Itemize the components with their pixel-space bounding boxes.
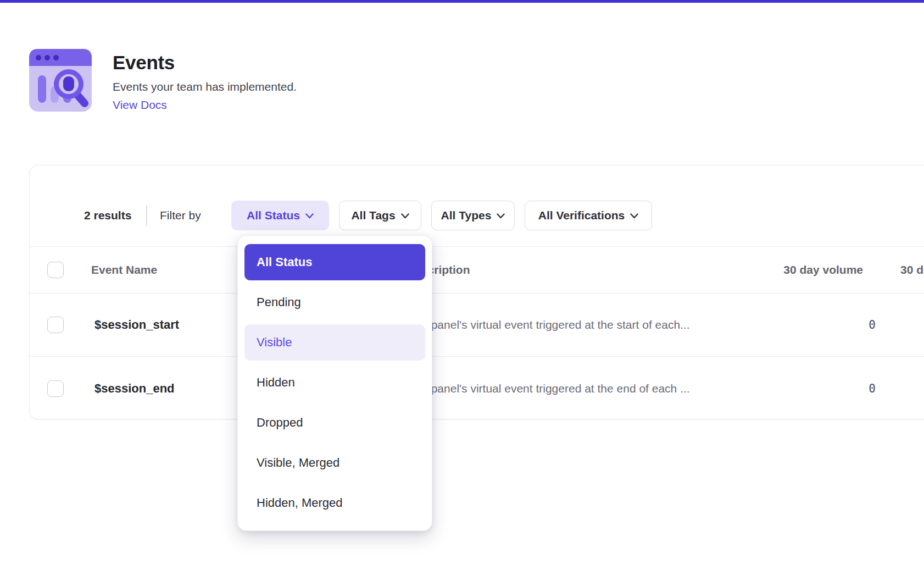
column-header-clipped[interactable]: 30 d: [900, 247, 923, 293]
tags-filter-label: All Tags: [351, 209, 395, 222]
menu-item-pending[interactable]: Pending: [244, 284, 425, 320]
filterbar-divider: [146, 205, 147, 226]
select-all-checkbox[interactable]: [47, 262, 64, 278]
status-filter-button[interactable]: All Status: [231, 201, 329, 230]
filter-by-label: Filter by: [160, 201, 201, 230]
chevron-down-icon: [630, 213, 638, 219]
events-card: 2 results Filter by All Status All Tags …: [29, 165, 924, 419]
top-accent-bar: [0, 0, 924, 3]
menu-item-all-status[interactable]: All Status: [244, 244, 425, 280]
status-dropdown-menu: All Status Pending Visible Hidden Droppe…: [237, 235, 432, 531]
menu-item-hidden-merged[interactable]: Hidden, Merged: [244, 485, 425, 521]
menu-item-visible-merged[interactable]: Visible, Merged: [244, 445, 425, 481]
verifications-filter-label: All Verifications: [538, 209, 625, 222]
page-subtitle: Events your team has implemented.: [113, 80, 297, 93]
verifications-filter-button[interactable]: All Verifications: [525, 201, 652, 230]
events-app-icon: [29, 49, 92, 112]
menu-item-hidden[interactable]: Hidden: [244, 364, 425, 401]
row-checkbox[interactable]: [47, 317, 64, 333]
event-name-cell[interactable]: $session_end: [94, 357, 175, 420]
status-filter-label: All Status: [247, 209, 300, 222]
row-checkbox[interactable]: [47, 380, 64, 397]
chevron-down-icon: [305, 213, 314, 219]
event-description-cell: Mixpanel's virtual event triggered at th…: [413, 294, 690, 356]
column-header-event-name[interactable]: Event Name: [91, 247, 157, 293]
volume-cell: 0: [869, 357, 876, 420]
volume-cell: 0: [869, 294, 876, 356]
event-name-cell[interactable]: $session_start: [94, 294, 179, 356]
table-row[interactable]: $session_start Mixpanel's virtual event …: [30, 294, 924, 357]
view-docs-link[interactable]: View Docs: [113, 98, 167, 112]
table-header-row: Event Name Description 30 day volume 30 …: [30, 246, 924, 294]
types-filter-label: All Types: [441, 209, 492, 222]
page-title: Events: [113, 52, 297, 74]
tags-filter-button[interactable]: All Tags: [339, 201, 421, 230]
column-header-30-day-volume[interactable]: 30 day volume: [783, 247, 863, 293]
chevron-down-icon: [401, 213, 409, 219]
event-description-cell: Mixpanel's virtual event triggered at th…: [413, 357, 690, 420]
menu-item-visible[interactable]: Visible: [244, 324, 425, 361]
table-row[interactable]: $session_end Mixpanel's virtual event tr…: [30, 357, 924, 420]
results-count: 2 results: [84, 201, 131, 230]
menu-item-dropped[interactable]: Dropped: [244, 405, 425, 441]
chevron-down-icon: [497, 213, 505, 219]
types-filter-button[interactable]: All Types: [431, 201, 515, 230]
